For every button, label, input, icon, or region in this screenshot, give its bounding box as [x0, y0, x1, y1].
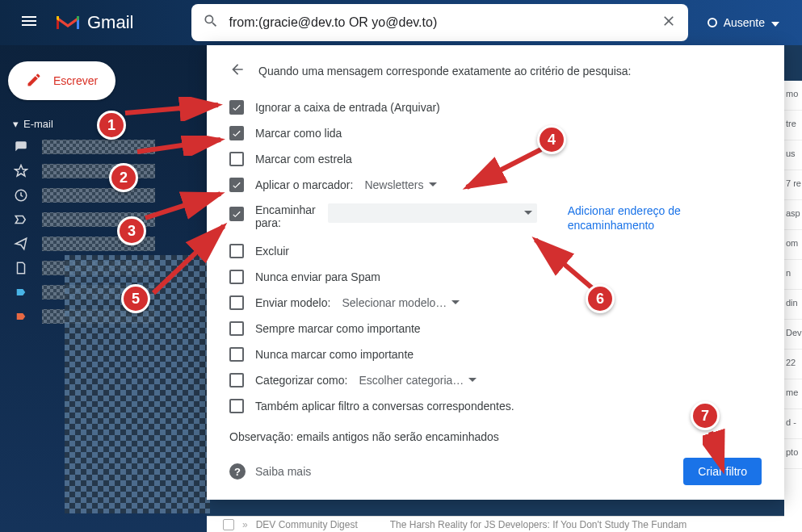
sidebar-item-label — [42, 237, 155, 251]
panel-title: Quando uma mensagem corresponde exatamen… — [258, 65, 632, 77]
option-mark-read[interactable]: Marcar como lida — [229, 120, 762, 146]
option-label: Categorizar como: — [255, 374, 347, 387]
sidebar: Escrever ▾ E-mail — [0, 45, 207, 532]
sidebar-item-starred[interactable] — [0, 159, 207, 183]
sender: DEV Community Digest — [256, 519, 358, 530]
option-never-spam[interactable]: Nunca enviar para Spam — [229, 264, 762, 290]
add-forwarding-link[interactable]: Adicionar endereço de encaminhamento — [568, 203, 762, 232]
mail-row-peek[interactable]: » DEV Community Digest The Harsh Reality… — [207, 516, 784, 532]
label-icon — [13, 284, 29, 300]
forward-address-dropdown[interactable] — [328, 203, 536, 223]
help-icon: ? — [229, 463, 246, 480]
checkbox-icon[interactable] — [229, 126, 244, 140]
hamburger-menu-icon[interactable] — [13, 5, 45, 40]
label-icon — [13, 308, 29, 325]
option-label: Marcar como lida — [255, 127, 342, 140]
status-label: Ausente — [724, 16, 765, 29]
important-icon[interactable]: » — [242, 519, 248, 530]
option-label: Nunca marcar como importante — [255, 348, 414, 361]
sidebar-item-label — [42, 164, 155, 178]
checkbox-icon[interactable] — [229, 178, 244, 192]
checkbox-icon[interactable] — [229, 244, 244, 258]
filter-create-panel: Quando uma mensagem corresponde exatamen… — [207, 45, 784, 500]
label-dropdown[interactable]: Newsletters — [364, 178, 436, 191]
chevron-down-icon: ▾ — [13, 118, 19, 130]
checkbox-icon[interactable] — [223, 519, 234, 530]
chevron-down-icon — [451, 300, 460, 308]
app-name: Gmail — [87, 12, 133, 33]
sidebar-item-important[interactable] — [0, 207, 207, 232]
option-star[interactable]: Marcar com estrela — [229, 146, 762, 172]
chevron-down-icon — [524, 211, 532, 219]
search-input[interactable] — [229, 15, 650, 30]
subject: The Harsh Reality for JS Developers: If … — [390, 519, 687, 530]
learn-more-link[interactable]: ? Saiba mais — [229, 463, 311, 480]
option-label: Excluir — [255, 245, 289, 258]
option-label: Sempre marcar como importante — [255, 322, 421, 335]
sidebar-item-sent[interactable] — [0, 232, 207, 256]
sidebar-item-label — [42, 188, 155, 203]
sidebar-item-snoozed[interactable] — [0, 183, 207, 207]
mail-list-peek: motreus7 reaspomndinDev22med -pto — [784, 81, 802, 532]
option-apply-existing[interactable]: Também aplicar filtro a conversas corres… — [229, 393, 762, 419]
presence-status[interactable]: Ausente — [698, 16, 789, 29]
category-dropdown[interactable]: Escolher categoria… — [359, 374, 477, 387]
important-icon — [13, 212, 29, 228]
panel-note: Observação: emails antigos não serão enc… — [229, 430, 762, 443]
search-bar[interactable] — [191, 4, 687, 41]
inbox-icon — [13, 139, 29, 155]
checkbox-icon[interactable] — [229, 347, 244, 362]
checkbox-icon[interactable] — [229, 100, 244, 115]
status-indicator-icon — [708, 18, 717, 27]
option-label: Ignorar a caixa de entrada (Arquivar) — [255, 101, 440, 114]
checkbox-icon[interactable] — [229, 295, 244, 310]
chevron-down-icon — [468, 378, 477, 386]
option-forward[interactable]: Encaminhar para: Adicionar endereço de e… — [229, 198, 762, 238]
compose-button[interactable]: Escrever — [8, 61, 115, 100]
checkbox-icon[interactable] — [229, 399, 244, 413]
search-icon[interactable] — [203, 13, 219, 32]
template-dropdown[interactable]: Selecionar modelo… — [342, 296, 460, 309]
option-categorize[interactable]: Categorizar como: Escolher categoria… — [229, 367, 762, 393]
option-skip-inbox[interactable]: Ignorar a caixa de entrada (Arquivar) — [229, 94, 762, 120]
gmail-logo[interactable]: Gmail — [55, 12, 133, 33]
checkbox-icon[interactable] — [229, 270, 244, 284]
back-arrow-icon[interactable] — [229, 61, 246, 80]
sent-icon — [13, 236, 29, 252]
star-icon — [13, 163, 29, 179]
option-label: Nunca enviar para Spam — [255, 270, 380, 283]
option-always-important[interactable]: Sempre marcar como importante — [229, 316, 762, 341]
chevron-down-icon — [771, 16, 779, 29]
option-label: Encaminhar para: — [255, 203, 317, 229]
option-send-template[interactable]: Enviar modelo: Selecionar modelo… — [229, 290, 762, 316]
file-icon — [13, 260, 29, 276]
background-image — [65, 255, 210, 513]
option-label: Aplicar o marcador: — [255, 178, 353, 191]
checkbox-icon[interactable] — [229, 207, 244, 221]
clock-icon — [13, 187, 29, 203]
pencil-icon — [26, 72, 42, 90]
sidebar-item-label — [42, 212, 155, 227]
chevron-down-icon — [429, 182, 437, 191]
compose-label: Escrever — [53, 74, 98, 87]
checkbox-icon[interactable] — [229, 152, 244, 166]
checkbox-icon[interactable] — [229, 373, 244, 387]
clear-search-icon[interactable] — [661, 13, 677, 32]
option-label: Enviar modelo: — [255, 296, 330, 309]
sidebar-item-label — [42, 140, 155, 154]
app-header: Gmail Ausente — [0, 0, 802, 45]
option-label: Também aplicar filtro a conversas corres… — [255, 400, 514, 413]
option-delete[interactable]: Excluir — [229, 238, 762, 264]
create-filter-button[interactable]: Criar filtro — [683, 458, 762, 485]
option-never-important[interactable]: Nunca marcar como importante — [229, 341, 762, 367]
sidebar-section-email[interactable]: ▾ E-mail — [0, 113, 207, 135]
sidebar-item-inbox[interactable] — [0, 135, 207, 159]
checkbox-icon[interactable] — [229, 321, 244, 336]
option-apply-label[interactable]: Aplicar o marcador: Newsletters — [229, 172, 762, 198]
option-label: Marcar com estrela — [255, 153, 352, 165]
